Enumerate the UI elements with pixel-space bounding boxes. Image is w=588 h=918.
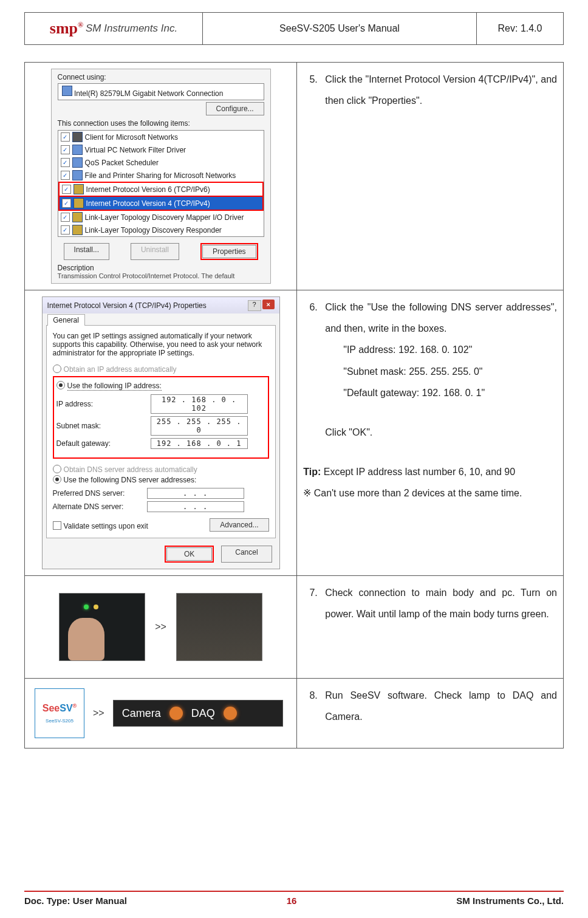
subnet-input[interactable]: 255 . 255 . 255 . 0 [151, 416, 248, 436]
checkbox-icon[interactable]: ✓ [61, 225, 70, 235]
validate-checkbox[interactable] [53, 521, 61, 530]
screenshot-step7: >> [25, 576, 297, 679]
qos-icon [72, 157, 83, 168]
green-led-icon [84, 605, 89, 609]
list-item[interactable]: Link-Layer Topology Discovery Mapper I/O… [85, 213, 244, 222]
screenshot-step8: SeeSV® SeeSV-S205 >> Camera DAQ [25, 679, 297, 748]
yellow-led-icon [94, 605, 98, 609]
install-button[interactable]: Install... [64, 243, 109, 260]
intro-text: You can get IP settings assigned automat… [53, 332, 269, 357]
doc-type: Doc. Type: User Manual [24, 896, 127, 906]
subnet-label: Subnet mask: [56, 422, 151, 430]
camera-lamp-icon [169, 707, 183, 720]
ipv6-icon [74, 184, 84, 194]
radio-use-ip[interactable] [56, 381, 65, 389]
description-label: Description [58, 264, 264, 272]
screenshot-step5: Connect using: Intel(R) 82579LM Gigabit … [25, 63, 297, 290]
step5-instruction: Click the "Internet Protocol Version 4(T… [325, 74, 557, 106]
preferred-dns-input[interactable]: . . . [147, 488, 244, 499]
network-properties-dialog: Connect using: Intel(R) 82579LM Gigabit … [51, 69, 271, 284]
step6-text: Click the "Use the following DNS server … [297, 290, 564, 576]
arrow-icon: >> [93, 708, 104, 719]
checkbox-icon[interactable]: ✓ [61, 132, 70, 142]
step6-ip: "IP address: 192. 168. 0. 102" [343, 339, 557, 360]
company-name: SM Instruments Co., Ltd. [456, 896, 564, 906]
share-icon [72, 170, 83, 180]
general-tab[interactable]: General [47, 314, 85, 326]
step6-line1: Click the "Use the following DNS server … [325, 296, 557, 339]
alternate-dns-label: Alternate DNS server: [53, 502, 147, 511]
step8-text: Run SeeSV software. Check lamp to DAQ an… [297, 679, 564, 748]
daq-label: DAQ [191, 707, 215, 720]
help-icon[interactable]: ? [248, 300, 261, 311]
obtain-dns-label: Obtain DNS server address automatically [64, 465, 197, 474]
gateway-input[interactable]: 192 . 168 . 0 . 1 [151, 438, 248, 449]
logo-text: SM Instruments Inc. [86, 22, 177, 35]
use-dns-label: Use the following DNS server addresses: [64, 476, 197, 484]
tip-label: Tip: [303, 467, 321, 477]
checkbox-icon[interactable]: ✓ [61, 213, 70, 222]
connect-using-label: Connect using: [58, 73, 264, 81]
properties-button[interactable]: Properties [202, 245, 256, 258]
footer-divider [24, 891, 564, 892]
list-item[interactable]: QoS Packet Scheduler [85, 159, 159, 167]
app-subtitle: SeeSV-S205 [46, 718, 74, 724]
checkbox-icon[interactable]: ✓ [62, 185, 71, 194]
page-number: 16 [287, 896, 297, 906]
checkbox-icon[interactable]: ✓ [61, 171, 70, 180]
document-title: SeeSV-S205 User's Manual [203, 13, 477, 45]
step5-text: Click the "Internet Protocol Version 4(T… [297, 63, 564, 290]
status-bar: Camera DAQ [113, 700, 283, 727]
appname-a: See [43, 704, 60, 714]
list-item-selected[interactable]: Internet Protocol Version 4 (TCP/IPv4) [86, 199, 210, 208]
list-item[interactable]: Link-Layer Topology Discovery Responder [85, 226, 222, 235]
document-header: smp® SM Instruments Inc. SeeSV-S205 User… [24, 12, 564, 45]
power-on-photo [59, 593, 145, 661]
appname-b: SV [60, 704, 72, 714]
alternate-dns-input[interactable]: . . . [147, 501, 244, 512]
protocol-list[interactable]: ✓Client for Microsoft Networks ✓Virtual … [58, 130, 264, 237]
ok-button[interactable]: OK [166, 547, 212, 561]
filter-icon [72, 145, 83, 155]
adapter-box[interactable]: Intel(R) 82579LM Gigabit Network Connect… [58, 83, 264, 100]
configure-button[interactable]: Configure... [206, 102, 264, 115]
validate-label: Validate settings upon exit [64, 522, 148, 530]
seesv-app-icon[interactable]: SeeSV® SeeSV-S205 [35, 688, 84, 738]
logo-brand: smp® [50, 21, 83, 36]
checkbox-icon[interactable]: ✓ [61, 158, 70, 167]
nic-icon [62, 86, 72, 96]
ipv4-icon [74, 198, 84, 208]
advanced-button[interactable]: Advanced... [210, 518, 268, 532]
document-footer: Doc. Type: User Manual 16 SM Instruments… [0, 891, 588, 906]
ip-label: IP address: [56, 400, 151, 408]
obtain-ip-label: Obtain an IP address automatically [64, 365, 177, 374]
camera-label: Camera [122, 707, 161, 720]
list-item[interactable]: Internet Protocol Version 6 (TCP/IPv6) [86, 185, 210, 194]
revision: Rev: 1.4.0 [477, 13, 564, 45]
cancel-button[interactable]: Cancel [221, 546, 272, 563]
list-item[interactable]: Virtual PC Network Filter Driver [85, 146, 186, 154]
step6-subnet: "Subnet mask: 255. 255. 255. 0" [343, 361, 557, 382]
radio-use-dns[interactable] [53, 475, 61, 484]
list-item[interactable]: Client for Microsoft Networks [85, 133, 178, 142]
radio-obtain-ip [53, 365, 61, 373]
arrow-icon: >> [155, 622, 166, 632]
checkbox-icon[interactable]: ✓ [61, 145, 70, 154]
adapter-name: Intel(R) 82579LM Gigabit Network Connect… [74, 89, 223, 98]
screenshot-step6: Internet Protocol Version 4 (TCP/IPv4) P… [25, 290, 297, 576]
radio-obtain-dns [53, 465, 61, 473]
checkbox-icon[interactable]: ✓ [62, 199, 71, 208]
gateway-label: Default gateway: [56, 439, 151, 448]
close-icon[interactable]: × [262, 300, 275, 309]
logo-cell: smp® SM Instruments Inc. [25, 13, 203, 45]
lltd-icon [72, 212, 83, 222]
list-item[interactable]: File and Printer Sharing for Microsoft N… [85, 171, 236, 180]
ip-input[interactable]: 192 . 168 . 0 . 102 [151, 394, 248, 414]
step6-note: ※ Can't use more than 2 devices at the s… [303, 482, 557, 504]
lltd2-icon [72, 225, 83, 235]
client-icon [72, 132, 83, 142]
step7-text: Check connection to main body and pc. Tu… [297, 576, 564, 679]
step6-click-ok: Click "OK". [325, 422, 557, 443]
step8-instruction: Run SeeSV software. Check lamp to DAQ an… [325, 690, 557, 722]
dialog-title: Internet Protocol Version 4 (TCP/IPv4) P… [47, 301, 207, 310]
